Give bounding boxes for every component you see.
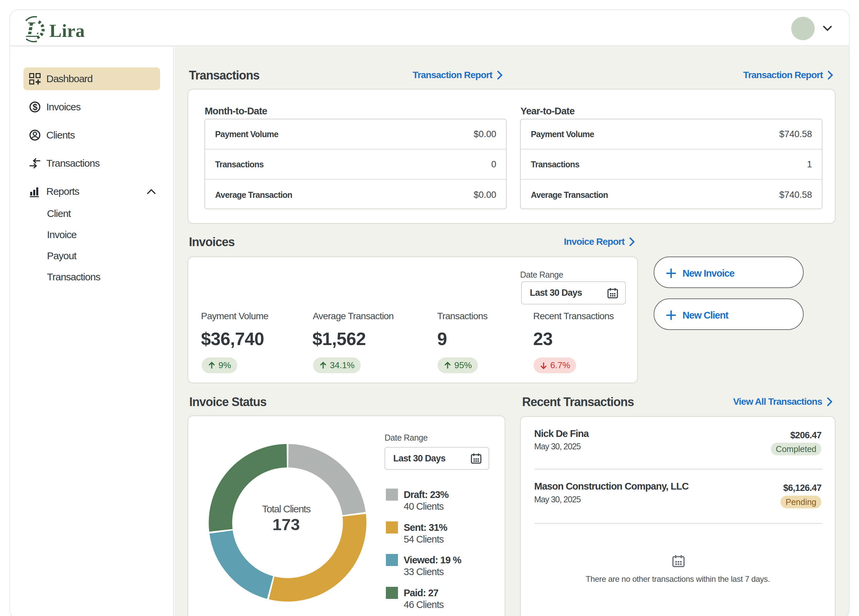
- svg-text:$: $: [33, 102, 37, 112]
